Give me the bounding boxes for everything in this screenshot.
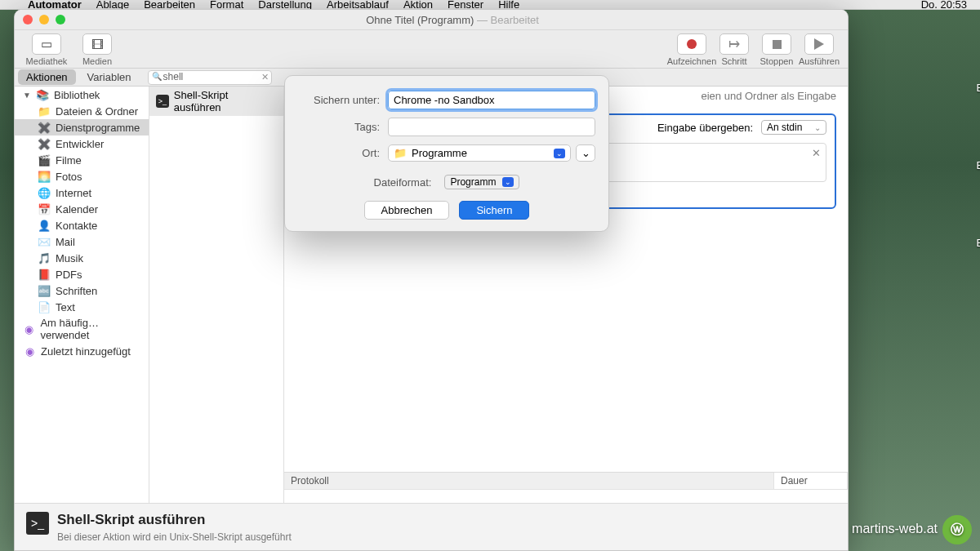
minimize-window-button[interactable] xyxy=(39,15,49,24)
save-dialog: Sichern unter: Tags: Ort: 📁 Programme ⌄ … xyxy=(284,75,609,232)
window-titlebar: Ohne Titel (Programm) — Bearbeitet xyxy=(15,10,848,30)
clock: Do. 20:53 xyxy=(921,0,967,10)
folder-icon: 📁 xyxy=(394,147,407,159)
sidebar-item-5[interactable]: 🌐Internet xyxy=(15,184,149,201)
sidebar-item-7[interactable]: 👤Kontakte xyxy=(15,217,149,233)
file-format-label: Dateiformat: xyxy=(374,176,440,189)
sidebar-item-11[interactable]: 🔤Schriften xyxy=(15,282,149,299)
desktop-icons: Bil Bil Bil xyxy=(977,82,980,314)
tab-variables[interactable]: Variablen xyxy=(79,69,140,85)
action-results-list: >_ Shell-Skript ausführen xyxy=(149,87,284,550)
smart-folder-icon: ◉ xyxy=(23,344,36,358)
category-icon: 👤 xyxy=(38,219,51,232)
pass-input-label: Eingabe übergeben: xyxy=(657,122,753,134)
record-button[interactable]: Aufzeichnen xyxy=(671,33,712,66)
terminal-icon: >_ xyxy=(156,95,169,108)
action-description-bar: >_ Shell-Skript ausführen Bei dieser Akt… xyxy=(15,503,848,550)
remove-action-button[interactable]: ✕ xyxy=(812,147,821,159)
action-description-title: Shell-Skript ausführen xyxy=(57,512,292,528)
library-toggle-button[interactable]: ▭Mediathek xyxy=(23,33,70,66)
sidebar-item-3[interactable]: 🎬Filme xyxy=(15,152,149,168)
sidebar-smart-1[interactable]: ◉Zuletzt hinzugefügt xyxy=(15,343,149,359)
cancel-button[interactable]: Abbrechen xyxy=(364,201,450,220)
close-window-button[interactable] xyxy=(23,15,33,24)
action-description-text: Bei dieser Aktion wird ein Unix-Shell-Sk… xyxy=(57,531,292,543)
save-as-label: Sichern unter: xyxy=(298,94,388,106)
category-icon: ✉️ xyxy=(38,235,51,248)
log-col-protocol[interactable]: Protokoll xyxy=(284,473,774,489)
library-sidebar: ▼📚Bibliothek 📁Dateien & Ordner✖️Dienstpr… xyxy=(15,87,149,550)
pass-input-select[interactable]: An stdin⌄ xyxy=(761,120,826,135)
run-button[interactable]: Ausführen xyxy=(799,33,840,66)
tags-input[interactable] xyxy=(388,118,595,136)
category-icon: 📄 xyxy=(38,300,51,313)
category-icon: 🔤 xyxy=(38,284,51,297)
stop-button[interactable]: Stoppen xyxy=(756,33,797,66)
sidebar-item-8[interactable]: ✉️Mail xyxy=(15,233,149,250)
expand-location-button[interactable]: ⌄ xyxy=(576,144,595,162)
step-button[interactable]: ↦Schritt xyxy=(714,33,755,66)
category-icon: 📁 xyxy=(38,104,51,118)
sidebar-item-4[interactable]: 🌅Fotos xyxy=(15,168,149,184)
sidebar-smart-0[interactable]: ◉Am häufig…verwendet xyxy=(15,315,149,343)
sidebar-item-12[interactable]: 📄Text xyxy=(15,299,149,315)
window-title: Ohne Titel (Programm) — Bearbeitet xyxy=(65,14,840,26)
file-format-select[interactable]: Programm⌄ xyxy=(444,175,519,189)
category-icon: 📅 xyxy=(38,202,51,216)
save-button[interactable]: Sichern xyxy=(459,201,529,220)
log-col-duration[interactable]: Dauer xyxy=(774,473,848,489)
sidebar-item-6[interactable]: 📅Kalender xyxy=(15,201,149,217)
sidebar-root-library[interactable]: ▼📚Bibliothek xyxy=(15,87,149,103)
category-icon: 🌐 xyxy=(38,186,51,199)
terminal-icon: >_ xyxy=(26,512,49,535)
category-icon: ✖️ xyxy=(38,121,51,134)
category-icon: 🎬 xyxy=(38,153,51,167)
save-as-input[interactable] xyxy=(388,91,595,109)
sidebar-item-1[interactable]: ✖️Dienstprogramme xyxy=(15,119,149,136)
category-icon: 🎵 xyxy=(38,251,51,264)
media-button[interactable]: 🎞Medien xyxy=(74,33,121,66)
zoom-window-button[interactable] xyxy=(56,15,65,24)
location-select[interactable]: 📁 Programme ⌄ xyxy=(388,144,571,162)
action-result-item[interactable]: >_ Shell-Skript ausführen xyxy=(149,87,283,116)
smart-folder-icon: ◉ xyxy=(23,322,35,335)
category-icon: 📕 xyxy=(38,268,51,281)
sidebar-item-2[interactable]: ✖️Entwickler xyxy=(15,136,149,152)
automator-window: Ohne Titel (Programm) — Bearbeitet ▭Medi… xyxy=(14,9,849,551)
tags-label: Tags: xyxy=(298,121,388,133)
sidebar-item-9[interactable]: 🎵Musik xyxy=(15,250,149,266)
category-icon: ✖️ xyxy=(38,137,51,150)
action-search-input[interactable]: shell✕ xyxy=(148,70,272,85)
clear-search-icon[interactable]: ✕ xyxy=(261,72,269,82)
watermark: martins-web.atⓦ xyxy=(852,515,972,544)
category-icon: 🌅 xyxy=(38,170,51,183)
sidebar-item-10[interactable]: 📕PDFs xyxy=(15,266,149,282)
toolbar: ▭Mediathek 🎞Medien Aufzeichnen ↦Schritt … xyxy=(15,30,848,69)
watermark-logo-icon: ⓦ xyxy=(942,515,972,544)
location-label: Ort: xyxy=(298,147,388,159)
tab-actions[interactable]: Aktionen xyxy=(18,69,76,85)
sidebar-item-0[interactable]: 📁Dateien & Ordner xyxy=(15,103,149,119)
